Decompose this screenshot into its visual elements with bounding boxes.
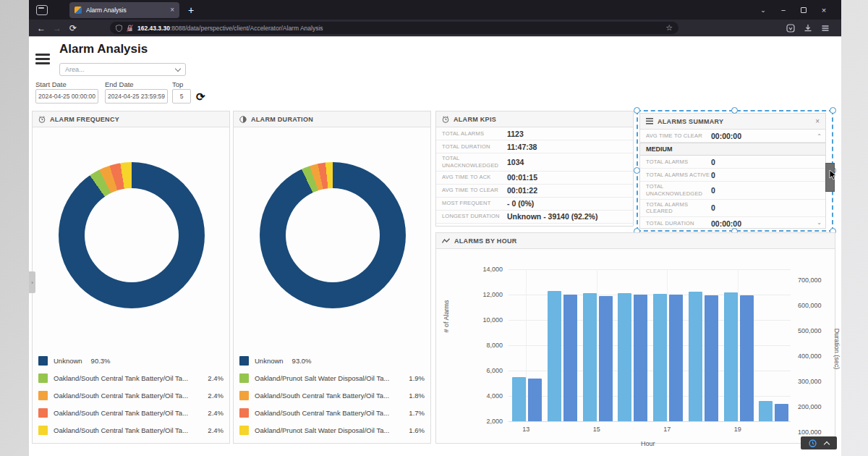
account-shield-icon[interactable] (786, 24, 795, 33)
window-restore-button[interactable] (793, 6, 814, 14)
legend-item[interactable]: Oakland/South Central Tank Battery/Oil T… (38, 369, 224, 387)
tab-close-icon[interactable]: × (170, 6, 174, 14)
summary-row: TOTAL DURATION00:00:00 (640, 217, 825, 229)
url-bar[interactable]: 162.43.3.30:8088/data/perspective/client… (110, 22, 678, 34)
top-input[interactable]: 5 (172, 89, 191, 104)
summary-row: TOTAL ALARMS0 (640, 156, 825, 169)
session-toolbar[interactable] (801, 436, 837, 449)
kpi-row: TOTAL ALARMS1123 (436, 127, 633, 140)
refresh-button[interactable]: ⟳ (196, 90, 205, 104)
kpi-value: 00:01:22 (507, 186, 537, 195)
panel-alarm-duration-header: ALARM DURATION (234, 111, 430, 127)
bar-duration[interactable] (599, 296, 613, 421)
insecure-lock-icon[interactable] (127, 25, 133, 32)
bar-duration[interactable] (634, 295, 647, 421)
alarm-frequency-donut-chart[interactable] (59, 162, 205, 308)
window-close-button[interactable]: × (814, 6, 834, 14)
bar-alarms[interactable] (583, 293, 597, 421)
side-panel-expand-handle[interactable]: › (29, 271, 35, 293)
kpi-label: AVG TIME TO CLEAR (442, 187, 507, 194)
legend-percent: 90.3% (91, 357, 111, 365)
new-tab-button[interactable]: + (188, 4, 194, 16)
scroll-down-icon[interactable]: ⌄ (817, 219, 822, 226)
mouse-cursor (829, 169, 838, 181)
bar-duration[interactable] (563, 295, 577, 421)
y-axis-tick-left: 6,000 (468, 367, 503, 374)
legend-swatch (239, 356, 249, 366)
bookmark-star-icon[interactable]: ☆ (665, 23, 673, 33)
legend-label: Unknown (255, 357, 284, 365)
panel-close-icon[interactable]: × (815, 117, 820, 125)
legend-percent: 1.6% (409, 426, 425, 434)
legend-item[interactable]: Oakland/Prunot Salt Water Disposal/Oil T… (239, 369, 425, 387)
gridline-vertical (667, 269, 668, 421)
panel-alarm-frequency-header: ALARM FREQUENCY (33, 111, 229, 127)
legend-item[interactable]: Oakland/Prunot Salt Water Disposal/Oil T… (239, 421, 425, 439)
bar-duration[interactable] (528, 379, 542, 422)
tracking-shield-icon[interactable] (116, 25, 122, 32)
bar-duration[interactable] (669, 295, 683, 421)
window-minimize-button[interactable]: − (773, 6, 793, 14)
app-content: Alarm Analysis Area... Start Date 2024-0… (29, 36, 841, 456)
tab-title: Alarm Analysis (86, 7, 166, 14)
legend-item[interactable]: Unknown90.3% (38, 352, 224, 369)
kpi-row: LONGEST DURATIONUnknown - 39140 (92.2%) (436, 211, 633, 224)
kpi-value: 1123 (507, 130, 524, 138)
downloads-icon[interactable] (804, 24, 812, 33)
start-date-input[interactable]: 2024-04-25 00:00:00 (35, 89, 98, 104)
bar-duration[interactable] (775, 404, 788, 422)
firefox-view-icon[interactable] (36, 5, 48, 15)
selection-handle-middle-left[interactable] (634, 167, 640, 174)
bar-alarms[interactable] (512, 377, 526, 421)
y-axis-tick-left: 4,000 (468, 392, 503, 400)
end-date-input[interactable]: 2024-04-25 23:59:59 (105, 89, 168, 104)
legend-label: Oakland/Prunot Salt Water Disposal/Oil T… (255, 426, 389, 434)
legend-item[interactable]: Oakland/South Central Tank Battery/Oil T… (239, 387, 425, 404)
app-menu-icon[interactable] (35, 54, 50, 67)
legend-item[interactable]: Oakland/South Central Tank Battery/Oil T… (38, 404, 224, 421)
legend-swatch (38, 408, 48, 418)
session-clock-icon[interactable] (809, 439, 817, 447)
bar-alarms[interactable] (759, 401, 773, 421)
bar-duration[interactable] (740, 295, 754, 421)
menu-hamburger-icon[interactable] (821, 24, 830, 33)
selection-handle-top-right[interactable] (830, 107, 836, 114)
summary-value: 00:00:00 (711, 219, 741, 228)
bar-alarms[interactable] (548, 291, 561, 421)
alarms-by-hour-bar-chart[interactable]: 14,000700,00012,000600,00010,000500,0008… (436, 249, 835, 443)
bar-alarms[interactable] (689, 292, 702, 421)
chevron-up-icon[interactable] (824, 441, 830, 447)
panel-alarm-frequency: ALARM FREQUENCY Unknown90.3%Oakland/Sout… (32, 111, 230, 444)
legend-item[interactable]: Oakland/South Central Tank Battery/Oil T… (38, 421, 224, 439)
scroll-up-icon[interactable]: ⌃ (817, 133, 822, 140)
x-axis-tick: 19 (723, 426, 752, 433)
tab-favicon-icon (75, 7, 82, 14)
panel-alarm-duration: ALARM DURATION Unknown93.0%Oakland/Pruno… (233, 111, 431, 444)
gridline-vertical (526, 269, 527, 421)
y-axis-tick-left: 12,000 (468, 291, 503, 298)
legend-item[interactable]: Oakland/South Central Tank Battery/Oil T… (38, 387, 224, 404)
browser-tab[interactable]: Alarm Analysis × (69, 2, 179, 18)
list-icon (646, 118, 653, 124)
forward-button[interactable]: → (49, 23, 65, 33)
tab-list-chevron-icon[interactable]: ⌄ (753, 7, 773, 14)
bar-alarms[interactable] (653, 294, 667, 421)
panel-title: ALARM DURATION (251, 116, 313, 123)
end-date-label: End Date (105, 80, 134, 88)
selection-handle-top-left[interactable] (634, 107, 640, 114)
selection-handle-top-middle[interactable] (731, 107, 738, 114)
bar-alarms[interactable] (618, 293, 631, 421)
area-dropdown[interactable]: Area... (59, 63, 186, 76)
summary-value: 0 (711, 158, 715, 166)
alarm-duration-donut-chart[interactable] (260, 162, 406, 308)
legend-swatch (38, 356, 48, 366)
top-label: Top (172, 80, 183, 88)
back-button[interactable]: ← (33, 23, 49, 33)
bar-alarms[interactable] (724, 292, 738, 422)
kpi-value: - 0 (0%) (507, 199, 534, 208)
summary-label: TOTAL ALARMS CLEARED (646, 201, 711, 216)
reload-button[interactable]: ⟳ (65, 23, 81, 33)
legend-item[interactable]: Unknown93.0% (239, 352, 425, 369)
legend-item[interactable]: Oakland/South Central Tank Battery/Oil T… (239, 404, 425, 421)
bar-duration[interactable] (705, 295, 718, 421)
